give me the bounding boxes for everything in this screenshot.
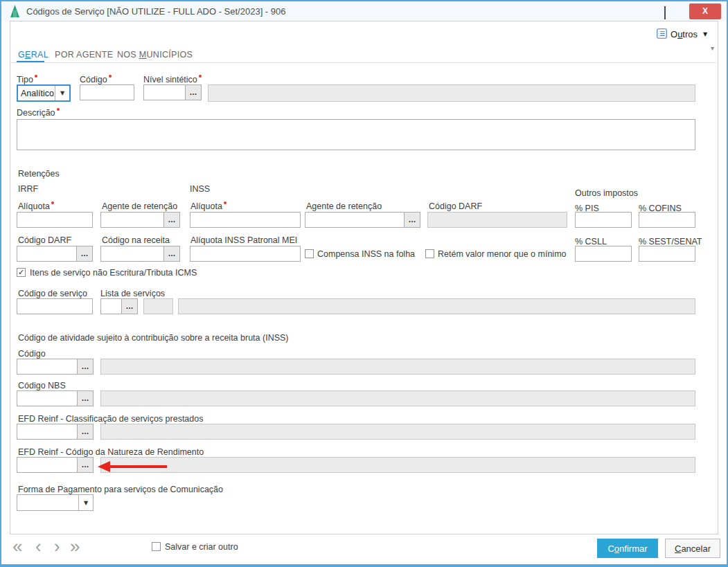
lista-servicos-lookup-button[interactable]: … (121, 299, 137, 314)
codigo-nbs-field: … (17, 390, 94, 406)
codigo-nbs-label: Código NBS (18, 381, 66, 390)
retencoes-section-label: Retenções (18, 169, 60, 179)
efd-classificacao-lookup-button[interactable]: … (77, 424, 93, 439)
dialog-window: Códigos de Serviço [NÃO UTILIZE - FULL A… (0, 0, 728, 567)
salvar-criar-outro-label: Salvar e criar outro (165, 542, 238, 552)
efd-classificacao-label: EFD Reinf - Classificação de serviços pr… (18, 414, 203, 424)
irrf-codigo-darf-field: … (17, 246, 93, 262)
tipo-select[interactable]: Analítico ▼ (17, 84, 71, 102)
irrf-aliquota-input[interactable] (17, 212, 93, 228)
red-arrow-annotation (98, 460, 168, 476)
codigo-nbs-lookup-button[interactable]: … (77, 391, 93, 406)
nivel-sintetico-lookup-button[interactable]: … (185, 85, 201, 100)
atividade-codigo-label: Código (18, 349, 46, 359)
codigo-nbs-description (100, 390, 695, 406)
maximize-button[interactable] (664, 7, 681, 18)
tipo-label: Tipo (17, 75, 37, 84)
tipo-selected-value: Analítico (18, 89, 55, 98)
efd-natureza-input[interactable] (17, 458, 77, 472)
nivel-sintetico-field: … (143, 84, 202, 100)
nivel-sintetico-input[interactable] (144, 85, 185, 100)
aliquota-patronal-input[interactable] (190, 246, 301, 262)
efd-classificacao-input[interactable] (17, 424, 77, 439)
inss-aliquota-label: Alíquota (190, 201, 227, 211)
forma-pagamento-select[interactable]: ▼ (17, 494, 94, 511)
efd-natureza-lookup-button[interactable]: … (77, 458, 93, 472)
title-bar: Códigos de Serviço [NÃO UTILIZE - FULL A… (1, 1, 727, 21)
nivel-sintetico-label: Nível sintético (143, 75, 202, 84)
lista-servicos-input[interactable] (101, 299, 121, 314)
irrf-agente-input[interactable] (101, 213, 163, 227)
lista-servicos-description (178, 298, 695, 314)
close-button[interactable]: X (689, 3, 721, 19)
required-dot (57, 108, 60, 111)
close-icon: X (702, 6, 708, 16)
nivel-sintetico-description (208, 84, 695, 102)
inss-agente-input[interactable] (305, 213, 404, 227)
irrf-agente-lookup-button[interactable]: … (163, 213, 179, 227)
efd-natureza-label: EFD Reinf - Código da Natureza de Rendim… (18, 447, 204, 457)
irrf-group-label: IRRF (18, 184, 38, 194)
codigo-nbs-input[interactable] (17, 391, 77, 406)
irrf-codigo-darf-label: Código DARF (18, 235, 71, 245)
descricao-label: Descrição (17, 108, 60, 118)
codigo-receita-input[interactable] (101, 246, 163, 261)
cancelar-button[interactable]: Cancelar (665, 539, 720, 558)
irrf-aliquota-label: Alíquota (18, 201, 54, 211)
tab-por-agente[interactable]: POR AGENTE (55, 50, 113, 60)
irrf-agente-field: … (100, 212, 180, 228)
list-icon (657, 28, 667, 41)
codigo-receita-lookup-button[interactable]: … (163, 246, 179, 261)
icms-checkbox[interactable]: ✓ (17, 268, 26, 277)
required-dot (51, 201, 54, 204)
compensa-inss-checkbox[interactable] (305, 249, 314, 258)
retem-valor-label: Retém valor menor que o mínimo (438, 249, 567, 259)
check-icon: ✓ (18, 269, 24, 276)
inss-agente-label: Agente de retenção (306, 201, 382, 211)
confirmar-button[interactable]: Confirmar (597, 539, 658, 558)
icms-checkbox-label: Itens de serviço não Escritura/Tributa I… (30, 268, 197, 278)
tipo-dropdown-icon[interactable]: ▼ (55, 86, 69, 100)
forma-pagamento-dropdown-icon[interactable]: ▼ (78, 495, 93, 510)
lista-servicos-field: … (100, 298, 138, 314)
irrf-codigo-darf-lookup-button[interactable]: … (76, 246, 92, 261)
inss-agente-lookup-button[interactable]: … (404, 213, 420, 227)
tab-nos-municipios[interactable]: NOS MUNICÍPIOS (117, 50, 193, 60)
descricao-textarea[interactable] (17, 119, 695, 150)
tab-geral[interactable]: GERAL (18, 50, 48, 60)
outros-dropdown-icon: ▼ (703, 31, 707, 37)
app-logo-icon (10, 5, 20, 20)
efd-classificacao-description (100, 424, 695, 440)
inss-codigo-darf-label: Código DARF (429, 201, 482, 211)
sest-senat-input[interactable] (639, 246, 695, 262)
nav-first-button[interactable]: « (12, 537, 22, 555)
csll-label: % CSLL (575, 237, 607, 246)
pis-input[interactable] (575, 212, 632, 228)
salvar-criar-outro-checkbox[interactable] (152, 542, 161, 551)
atividade-codigo-lookup-button[interactable]: … (77, 359, 93, 374)
csll-input[interactable] (575, 246, 632, 262)
irrf-agente-label: Agente de retenção (102, 201, 177, 211)
codigo-label: Código (80, 75, 112, 84)
inss-aliquota-input[interactable] (190, 212, 301, 228)
atividade-codigo-field: … (17, 359, 94, 375)
codigo-servico-label: Código de serviço (18, 289, 87, 298)
nav-next-button[interactable]: › (54, 537, 60, 555)
collapse-panel-icon[interactable]: ▾ (711, 44, 714, 52)
efd-natureza-description (100, 457, 695, 473)
compensa-inss-label: Compensa INSS na folha (317, 249, 415, 259)
irrf-codigo-darf-input[interactable] (17, 246, 76, 261)
codigo-servico-input[interactable] (17, 298, 93, 314)
required-dot (199, 75, 202, 78)
nav-previous-button[interactable]: ‹ (35, 537, 42, 555)
atividade-codigo-input[interactable] (17, 359, 77, 374)
outros-button[interactable]: Outros ▼ (657, 26, 707, 42)
lista-servicos-code-field (143, 298, 173, 314)
retem-valor-checkbox[interactable] (425, 249, 434, 258)
nav-last-button[interactable]: » (70, 537, 80, 555)
cofins-input[interactable] (639, 212, 695, 228)
codigo-input[interactable] (80, 84, 134, 100)
required-dot (35, 75, 37, 78)
efd-classificacao-field: … (17, 424, 94, 440)
codigo-receita-label: Código na receita (102, 235, 170, 245)
